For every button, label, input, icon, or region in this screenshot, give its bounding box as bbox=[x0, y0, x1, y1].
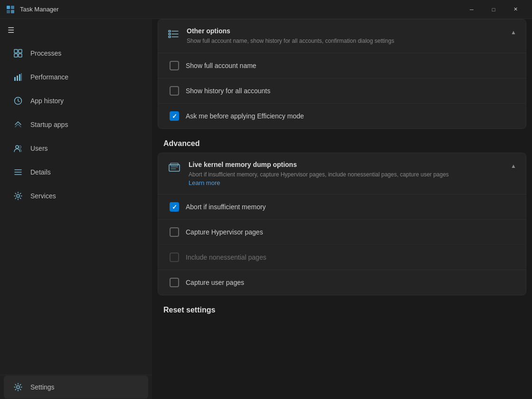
performance-label: Performance bbox=[30, 73, 68, 81]
services-icon bbox=[13, 191, 23, 201]
advanced-header[interactable]: Live kernel memory dump options Abort if… bbox=[158, 153, 526, 194]
full-account-name-checkbox[interactable] bbox=[170, 61, 179, 70]
close-button[interactable]: ✕ bbox=[504, 2, 526, 17]
sidebar-item-settings[interactable]: Settings bbox=[4, 376, 148, 399]
app-title: Task Manager bbox=[20, 6, 461, 13]
svg-rect-1 bbox=[11, 6, 14, 9]
advanced-chevron: ▲ bbox=[511, 163, 516, 169]
other-options-header[interactable]: Other options Show full account name, sh… bbox=[158, 19, 526, 53]
sidebar-item-details[interactable]: Details bbox=[4, 161, 148, 184]
efficiency-mode-row: Ask me before applying Efficiency mode bbox=[158, 103, 526, 128]
svg-rect-9 bbox=[17, 76, 18, 81]
other-options-desc: Show full account name, show history for… bbox=[187, 37, 503, 45]
svg-rect-2 bbox=[7, 10, 10, 13]
svg-point-14 bbox=[19, 146, 21, 148]
abort-insufficient-checkbox[interactable] bbox=[170, 202, 179, 212]
reset-settings-label: Reset settings bbox=[152, 296, 532, 319]
advanced-card: Live kernel memory dump options Abort if… bbox=[158, 153, 526, 295]
performance-icon bbox=[13, 72, 23, 82]
svg-rect-5 bbox=[19, 49, 22, 53]
advanced-section-label: Advanced bbox=[152, 130, 532, 153]
efficiency-mode-label: Ask me before applying Efficiency mode bbox=[186, 112, 304, 120]
startup-apps-label: Startup apps bbox=[30, 121, 68, 128]
sidebar-item-startup-apps[interactable]: Startup apps bbox=[4, 113, 148, 136]
sidebar-item-processes[interactable]: Processes bbox=[4, 42, 148, 65]
sidebar-item-app-history[interactable]: App history bbox=[4, 89, 148, 112]
svg-rect-8 bbox=[14, 77, 16, 81]
svg-point-19 bbox=[17, 386, 19, 389]
svg-point-13 bbox=[16, 146, 19, 148]
history-all-accounts-row: Show history for all accounts bbox=[158, 78, 526, 103]
capture-user-pages-label: Capture user pages bbox=[186, 279, 244, 286]
main-layout: ☰ Processes bbox=[0, 19, 532, 399]
svg-rect-20 bbox=[169, 30, 171, 32]
svg-point-18 bbox=[17, 195, 19, 197]
details-label: Details bbox=[30, 168, 51, 176]
titlebar: Task Manager ─ □ ✕ bbox=[0, 0, 532, 19]
minimize-button[interactable]: ─ bbox=[461, 2, 483, 17]
abort-insufficient-row: Abort if insufficient memory bbox=[158, 194, 526, 219]
full-account-name-label: Show full account name bbox=[186, 62, 256, 69]
capture-hypervisor-checkbox[interactable] bbox=[170, 227, 179, 237]
hamburger-button[interactable]: ☰ bbox=[0, 19, 152, 41]
kernel-dump-title: Live kernel memory dump options bbox=[189, 161, 503, 168]
history-all-accounts-checkbox[interactable] bbox=[170, 86, 179, 96]
other-options-text: Other options Show full account name, sh… bbox=[187, 27, 503, 45]
svg-rect-11 bbox=[21, 73, 22, 81]
services-label: Services bbox=[30, 192, 56, 200]
svg-rect-0 bbox=[7, 6, 10, 9]
sidebar-item-services[interactable]: Services bbox=[4, 185, 148, 207]
content-area: Other options Show full account name, sh… bbox=[152, 19, 532, 399]
history-all-accounts-label: Show history for all accounts bbox=[186, 87, 270, 95]
window-controls: ─ □ ✕ bbox=[461, 2, 526, 17]
capture-hypervisor-label: Capture Hypervisor pages bbox=[186, 228, 263, 236]
sidebar-bottom: Settings bbox=[0, 375, 152, 399]
svg-rect-7 bbox=[19, 54, 22, 57]
other-options-title: Other options bbox=[187, 27, 503, 35]
kernel-dump-desc: Abort if insufficient memory, capture Hy… bbox=[189, 170, 503, 179]
svg-rect-3 bbox=[11, 10, 14, 13]
svg-rect-10 bbox=[19, 74, 20, 81]
full-account-name-row: Show full account name bbox=[158, 53, 526, 78]
maximize-button[interactable]: □ bbox=[483, 2, 504, 17]
svg-rect-6 bbox=[14, 54, 18, 57]
app-history-label: App history bbox=[30, 97, 64, 105]
app-icon bbox=[6, 5, 15, 14]
capture-user-pages-row: Capture user pages bbox=[158, 270, 526, 295]
capture-user-pages-checkbox[interactable] bbox=[170, 278, 179, 287]
kernel-dump-icon bbox=[168, 161, 181, 174]
include-nonessential-row: Include nonessential pages bbox=[158, 244, 526, 270]
settings-label: Settings bbox=[30, 383, 55, 391]
svg-rect-4 bbox=[14, 49, 18, 53]
advanced-header-text: Live kernel memory dump options Abort if… bbox=[189, 161, 503, 186]
other-options-card: Other options Show full account name, sh… bbox=[158, 19, 526, 129]
sidebar: ☰ Processes bbox=[0, 19, 152, 399]
processes-label: Processes bbox=[30, 49, 61, 57]
app-history-icon bbox=[13, 96, 23, 106]
settings-icon bbox=[13, 382, 23, 392]
abort-insufficient-label: Abort if insufficient memory bbox=[186, 203, 266, 211]
include-nonessential-label: Include nonessential pages bbox=[186, 253, 266, 261]
svg-rect-22 bbox=[169, 33, 171, 35]
sidebar-spacer bbox=[0, 208, 152, 375]
other-options-icon bbox=[168, 28, 179, 42]
startup-apps-icon bbox=[13, 120, 23, 129]
svg-rect-24 bbox=[169, 36, 171, 38]
users-icon bbox=[13, 144, 23, 153]
sidebar-item-users[interactable]: Users bbox=[4, 137, 148, 160]
details-icon bbox=[13, 167, 23, 177]
capture-hypervisor-row: Capture Hypervisor pages bbox=[158, 219, 526, 244]
processes-icon bbox=[13, 49, 23, 58]
sidebar-item-performance[interactable]: Performance bbox=[4, 66, 148, 88]
users-label: Users bbox=[30, 145, 48, 152]
other-options-chevron: ▲ bbox=[511, 29, 516, 36]
efficiency-mode-checkbox[interactable] bbox=[170, 111, 179, 121]
learn-more-link[interactable]: Learn more bbox=[189, 179, 220, 186]
include-nonessential-checkbox bbox=[170, 253, 179, 262]
